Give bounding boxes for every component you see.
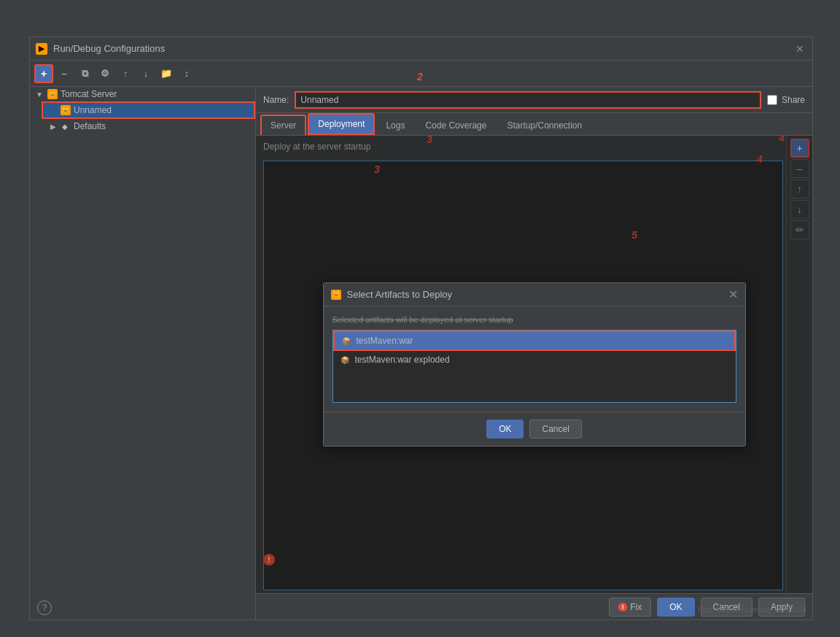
app-icon: ▶: [36, 43, 47, 55]
expand-icon: ▼: [36, 90, 44, 99]
modal-body: Selected artifacts will be deployed at s…: [324, 306, 745, 412]
defaults-label: Defaults: [74, 121, 106, 131]
move-down-button[interactable]: ↓: [136, 64, 155, 83]
tab-deployment[interactable]: Deployment: [308, 113, 375, 135]
artifact-item-war[interactable]: 📦 testMaven:war: [333, 331, 736, 351]
left-panel: ▼ 🐱 Tomcat Server 🐱 Unnamed ▶ ◆ Defaults: [30, 87, 256, 619]
tab-content-deployment: Deploy at the server startup + – ↑ ↓ ✏ !: [256, 136, 812, 593]
copy-configuration-button[interactable]: ⧉: [75, 64, 94, 83]
close-button[interactable]: ✕: [793, 42, 806, 55]
title-bar: ▶ Run/Debug Configurations ✕: [30, 37, 812, 61]
content-area: ▼ 🐱 Tomcat Server 🐱 Unnamed ▶ ◆ Defaults: [30, 87, 812, 619]
name-label: Name:: [263, 95, 289, 105]
name-bar: Name: Share: [256, 87, 812, 113]
artifact-icon-war: 📦: [341, 336, 352, 346]
ok-button[interactable]: OK: [657, 598, 694, 617]
sidebar-item-defaults[interactable]: ▶ ◆ Defaults: [30, 119, 255, 134]
modal-footer: OK Cancel: [324, 412, 745, 446]
modal-title-bar: 🐱 Select Artifacts to Deploy ✕: [324, 283, 745, 306]
tab-server[interactable]: Server: [260, 115, 306, 135]
modal-subtitle: Selected artifacts will be deployed at s…: [332, 315, 736, 324]
artifact-item-war-exploded[interactable]: 📦 testMaven:war exploded: [333, 351, 736, 368]
modal-close-button[interactable]: ✕: [728, 287, 738, 301]
artifact-label-war: testMaven:war: [357, 336, 413, 346]
modal-title: Select Artifacts to Deploy: [347, 289, 723, 300]
plus-icon: +: [41, 68, 47, 80]
error-dot-icon: !: [618, 603, 627, 611]
defaults-expand-icon: ▶: [50, 123, 59, 131]
folder-button[interactable]: 📁: [157, 64, 176, 83]
sort-button[interactable]: ↕: [177, 64, 196, 83]
help-button[interactable]: ?: [37, 601, 52, 615]
unnamed-icon: 🐱: [61, 105, 71, 115]
modal-overlay: 🐱 Select Artifacts to Deploy ✕ Selected …: [256, 136, 812, 593]
tab-startup-connection[interactable]: Startup/Connection: [497, 115, 591, 135]
step-label-2: 2: [417, 71, 423, 82]
sidebar-item-tomcat-server[interactable]: ▼ 🐱 Tomcat Server: [30, 87, 255, 101]
artifact-icon-war-exploded: 📦: [339, 355, 351, 365]
watermark: http://blog.csdn.net/qq_33702584: [699, 606, 806, 614]
remove-configuration-button[interactable]: –: [55, 64, 74, 83]
artifact-label-war-exploded: testMaven:war exploded: [355, 355, 450, 365]
share-checkbox[interactable]: [767, 95, 777, 105]
modal-icon: 🐱: [331, 290, 341, 300]
select-artifacts-dialog: 🐱 Select Artifacts to Deploy ✕ Selected …: [323, 282, 746, 447]
modal-ok-button[interactable]: OK: [486, 420, 524, 439]
tomcat-server-label: Tomcat Server: [61, 89, 117, 99]
window-title: Run/Debug Configurations: [53, 43, 788, 54]
add-configuration-button[interactable]: +: [34, 64, 53, 83]
share-area: Share: [767, 95, 805, 105]
unnamed-label: Unnamed: [74, 105, 112, 115]
fix-label: Fix: [630, 602, 642, 612]
tree-group-tomcat: 🐱 Unnamed: [30, 101, 255, 119]
sidebar-item-unnamed[interactable]: 🐱 Unnamed: [42, 101, 255, 119]
name-input[interactable]: [295, 91, 761, 109]
right-panel: Name: Share Server Deployment Logs: [256, 87, 812, 619]
modal-cancel-button[interactable]: Cancel: [529, 420, 581, 439]
tab-logs[interactable]: Logs: [376, 115, 414, 135]
move-up-button[interactable]: ↑: [116, 64, 135, 83]
fix-button[interactable]: ! Fix: [609, 598, 651, 617]
share-label: Share: [782, 95, 805, 105]
settings-button[interactable]: ⚙: [96, 64, 114, 83]
defaults-icon: ◆: [62, 123, 68, 131]
tab-code-coverage[interactable]: Code Coverage: [416, 115, 496, 135]
main-window: ▶ Run/Debug Configurations ✕ + – ⧉ ⚙ ↑ ↓…: [29, 36, 813, 620]
tabs-bar: Server Deployment Logs Code Coverage Sta…: [256, 113, 812, 136]
artifacts-list: 📦 testMaven:war 📦 testMaven:war exploded: [332, 330, 736, 403]
tomcat-icon: 🐱: [47, 89, 58, 99]
